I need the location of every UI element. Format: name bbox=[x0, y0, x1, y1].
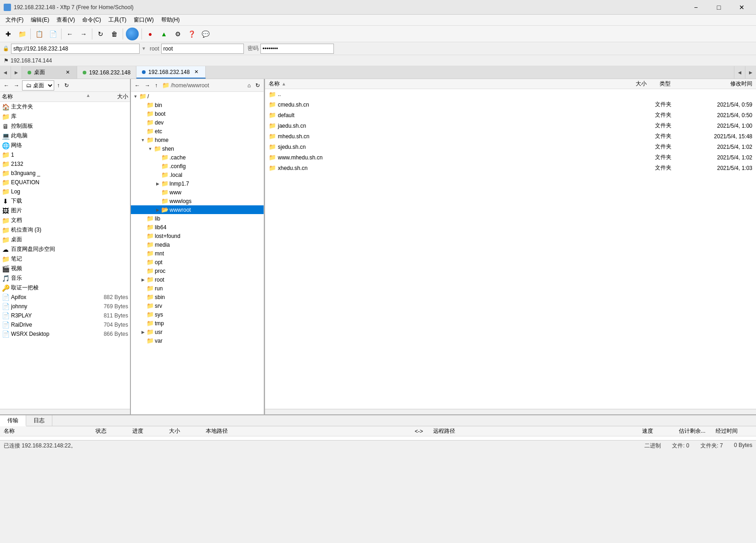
tree-node[interactable]: ▶📁lnmp1.7 bbox=[131, 179, 264, 188]
tree-node[interactable]: 📁www bbox=[131, 188, 264, 197]
left-list-item[interactable]: 📁机位查询 (3) bbox=[0, 225, 130, 235]
tree-node[interactable]: 📁proc bbox=[131, 266, 264, 275]
tree-node[interactable]: 📁etc bbox=[131, 127, 264, 136]
bottom-tab-log[interactable]: 日志 bbox=[26, 415, 52, 426]
delete-button[interactable]: 🗑 bbox=[108, 28, 121, 40]
tree-toggle-icon[interactable]: ▶ bbox=[140, 277, 146, 283]
tree-node[interactable]: 📁.local bbox=[131, 170, 264, 179]
tree-toggle-icon[interactable]: ▶ bbox=[155, 181, 160, 187]
left-list-item[interactable]: 📁b3nguang _ bbox=[0, 169, 130, 178]
tab-close-desktop[interactable]: ✕ bbox=[64, 69, 71, 76]
refresh-button[interactable]: ↻ bbox=[94, 28, 107, 40]
left-back-button[interactable]: ← bbox=[2, 80, 11, 90]
left-list-item[interactable]: 📁桌面 bbox=[0, 235, 130, 244]
tree-node[interactable]: ▶📁usr bbox=[131, 328, 264, 336]
tree-node[interactable]: ▼📁/ bbox=[131, 92, 264, 101]
dropdown-arrow[interactable]: ▼ bbox=[141, 46, 146, 51]
tree-back-button[interactable]: ← bbox=[133, 80, 142, 90]
left-list-item[interactable]: 📄R3PLAY811 Bytes bbox=[0, 311, 130, 320]
left-list-item[interactable]: ☁百度网盘同步空间 bbox=[0, 244, 130, 254]
tree-node[interactable]: ▶📂wwwroot bbox=[131, 205, 264, 214]
tree-node[interactable]: 📁.cache bbox=[131, 153, 264, 162]
help-button[interactable]: ❓ bbox=[185, 28, 198, 40]
chat-button[interactable]: 💬 bbox=[199, 28, 212, 40]
settings-button[interactable]: ⚙ bbox=[171, 28, 184, 40]
left-forward-button[interactable]: → bbox=[12, 80, 21, 90]
host-input[interactable] bbox=[161, 44, 244, 54]
right-list-item[interactable]: 📁xhedu.sh.cn文件夹2021/5/4, 1:03 bbox=[265, 163, 756, 173]
copy-button[interactable]: 📋 bbox=[33, 28, 45, 40]
left-list-item[interactable]: 📄WSRX Desktop866 Bytes bbox=[0, 329, 130, 339]
tab-server1[interactable]: 192.168.232.148 bbox=[77, 66, 136, 79]
tree-toggle-icon[interactable]: ▶ bbox=[155, 207, 160, 213]
left-list-item[interactable]: ⬇下载 bbox=[0, 196, 130, 206]
menu-item[interactable]: 编辑(E) bbox=[27, 15, 53, 25]
menu-item[interactable]: 查看(V) bbox=[53, 15, 79, 25]
left-list-item[interactable]: 📄Apifox882 Bytes bbox=[0, 293, 130, 302]
tree-node[interactable]: 📁bin bbox=[131, 101, 264, 109]
tree-toggle-icon[interactable]: ▼ bbox=[133, 94, 138, 99]
left-list-item[interactable]: 📄RaiDrive704 Bytes bbox=[0, 320, 130, 329]
tree-toggle-icon[interactable]: ▼ bbox=[140, 137, 146, 143]
close-button[interactable]: ✕ bbox=[731, 0, 752, 15]
left-list-item[interactable]: 🎵音乐 bbox=[0, 273, 130, 283]
left-list-item[interactable]: 📁文档 bbox=[0, 215, 130, 225]
left-list-item[interactable]: 🖥控制面板 bbox=[0, 121, 130, 131]
tab-nav-extra-left[interactable]: ◄ bbox=[734, 66, 745, 79]
tree-node[interactable]: 📁dev bbox=[131, 118, 264, 127]
tab-desktop[interactable]: 桌面 ✕ bbox=[22, 66, 77, 79]
new-session-button[interactable]: ✚ bbox=[2, 28, 15, 40]
tab-close-server2[interactable]: ✕ bbox=[192, 68, 200, 76]
left-list-item[interactable]: 💻此电脑 bbox=[0, 131, 130, 141]
minimize-button[interactable]: − bbox=[685, 0, 706, 15]
tab-server2[interactable]: 192.168.232.148 ✕ bbox=[136, 66, 206, 79]
tree-node[interactable]: 📁var bbox=[131, 336, 264, 345]
tree-node[interactable]: 📁lost+found bbox=[131, 232, 264, 240]
left-list-item[interactable]: 🖼图片 bbox=[0, 206, 130, 215]
paste-button[interactable]: 📄 bbox=[46, 28, 59, 40]
left-list-item[interactable]: 🌐网络 bbox=[0, 141, 130, 150]
tree-node[interactable]: 📁mnt bbox=[131, 249, 264, 258]
menu-item[interactable]: 帮助(H) bbox=[158, 15, 184, 25]
tab-nav-extra-right[interactable]: ► bbox=[745, 66, 756, 79]
left-list-item[interactable]: 📁库 bbox=[0, 112, 130, 121]
password-input[interactable] bbox=[260, 44, 334, 54]
left-list-item[interactable]: 📁1 bbox=[0, 150, 130, 159]
left-refresh-button[interactable]: ↻ bbox=[62, 80, 71, 90]
tree-node[interactable]: ▶📁root bbox=[131, 275, 264, 284]
tree-node[interactable]: ▼📁shen bbox=[131, 144, 264, 153]
right-horizontal-scrollbar[interactable] bbox=[265, 409, 756, 414]
tree-toggle-icon[interactable]: ▶ bbox=[140, 329, 146, 335]
right-list-item[interactable]: 📁www.mhedu.sh.cn文件夹2021/5/4, 1:02 bbox=[265, 152, 756, 163]
left-list-item[interactable]: 📁EQUATION bbox=[0, 178, 130, 187]
left-list-item[interactable]: 📁2132 bbox=[0, 159, 130, 169]
tab-nav-right[interactable]: ► bbox=[11, 66, 22, 79]
menu-item[interactable]: 命令(C) bbox=[79, 15, 105, 25]
forward-button[interactable]: → bbox=[77, 28, 90, 40]
bottom-tab-transfer[interactable]: 传输 bbox=[0, 415, 26, 426]
tree-node[interactable]: 📁.config bbox=[131, 162, 264, 170]
tree-node[interactable]: 📁sys bbox=[131, 310, 264, 319]
right-list-item[interactable]: 📁default文件夹2021/5/4, 0:50 bbox=[265, 110, 756, 120]
left-list-item[interactable]: 📁Log bbox=[0, 187, 130, 196]
tree-node[interactable]: 📁tmp bbox=[131, 319, 264, 328]
back-button[interactable]: ← bbox=[63, 28, 76, 40]
connection-input[interactable] bbox=[11, 44, 140, 54]
tree-node[interactable]: 📁wwwlogs bbox=[131, 197, 264, 205]
right-list-item[interactable]: 📁jaedu.sh.cn文件夹2021/5/4, 1:00 bbox=[265, 120, 756, 131]
tree-refresh-button[interactable]: ↻ bbox=[254, 80, 262, 90]
menu-item[interactable]: 文件(F) bbox=[2, 15, 27, 25]
tree-node[interactable]: 📁srv bbox=[131, 301, 264, 310]
tree-node[interactable]: 📁sbin bbox=[131, 293, 264, 301]
tree-node[interactable]: 📁lib bbox=[131, 214, 264, 223]
tree-node[interactable]: 📁lib64 bbox=[131, 223, 264, 232]
tree-toggle-icon[interactable]: ▼ bbox=[147, 146, 153, 152]
left-up-button[interactable]: ↑ bbox=[55, 80, 62, 90]
tree-node[interactable]: 📁opt bbox=[131, 258, 264, 266]
left-list-item[interactable]: 📁笔记 bbox=[0, 254, 130, 264]
tree-home-button[interactable]: ⌂ bbox=[246, 80, 253, 90]
tree-up-button[interactable]: ↑ bbox=[153, 80, 159, 90]
tree-node[interactable]: 📁media bbox=[131, 240, 264, 249]
tree-node[interactable]: ▼📁home bbox=[131, 136, 264, 144]
menu-item[interactable]: 窗口(W) bbox=[130, 15, 157, 25]
